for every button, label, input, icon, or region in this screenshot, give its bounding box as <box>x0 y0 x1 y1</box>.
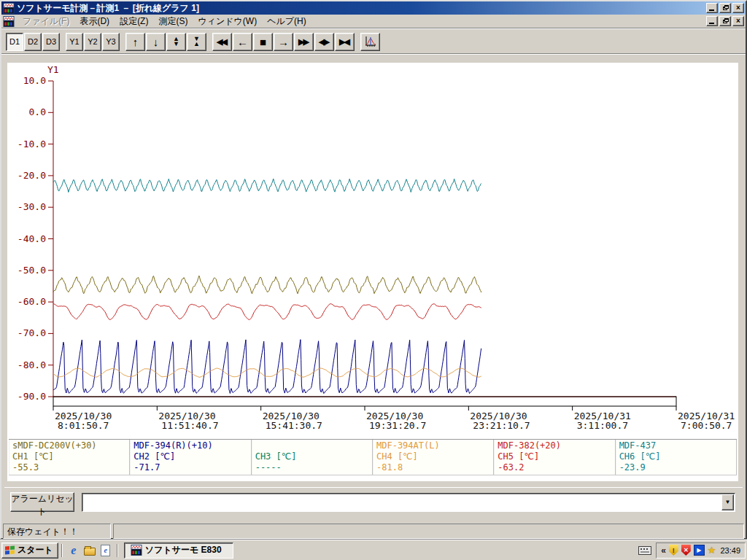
channel-current-value: -55.3 <box>12 462 126 473</box>
system-tray: « ! ✕ ▶ ★ 23:49 <box>656 542 746 559</box>
child-minimize-button[interactable] <box>706 16 718 26</box>
channel-current-value: -23.9 <box>619 462 733 473</box>
toolbar-button-d1[interactable]: D1 <box>6 33 23 51</box>
child-minimize-icon <box>709 23 714 24</box>
menu-item-help[interactable]: ヘルプ(H) <box>262 14 311 29</box>
graph-icon <box>364 35 377 48</box>
toolbar-button-compress-vertical[interactable]: ▼▲ <box>187 33 206 51</box>
channel-id: CH5 [℃] <box>498 451 611 462</box>
compress-vertical-icon: ▼▲ <box>193 36 200 47</box>
legend-cell-ch6[interactable]: MDF-437CH6 [℃]-23.9 <box>616 440 737 475</box>
toolbar-button-y3[interactable]: Y3 <box>102 33 120 51</box>
windows-logo-icon <box>5 545 15 555</box>
start-button[interactable]: スタート <box>1 542 58 559</box>
graph-panel: Y110.00.0-10.0-20.0-30.0-40.0-50.0-60.0-… <box>7 63 738 481</box>
app-window: ソフトサーモ計測－計測1 － [折れ線グラフ 1] × ファイル(F)表示(D)… <box>0 0 747 540</box>
line-chart[interactable]: Y110.00.0-10.0-20.0-30.0-40.0-50.0-60.0-… <box>7 63 737 439</box>
x-tick-time: 7:00:50.7 <box>681 420 732 431</box>
toolbar-button-fast-forward[interactable]: ▶▶ <box>294 33 314 51</box>
toolbar-button-step-forward[interactable]: → <box>274 33 293 51</box>
close-button[interactable]: × <box>732 3 744 13</box>
compress-horizontal-icon: ▶◀ <box>339 38 349 46</box>
keyboard-icon[interactable] <box>638 546 651 555</box>
toolbar-button-y2[interactable]: Y2 <box>84 33 101 51</box>
title-bar: ソフトサーモ計測－計測1 － [折れ線グラフ 1] × <box>1 1 746 15</box>
minimize-button[interactable] <box>706 3 718 13</box>
close-icon: × <box>736 4 740 12</box>
channel-id: CH3 [℃] <box>255 451 369 462</box>
rewind-icon: ◀◀ <box>217 38 226 46</box>
toolbar-button-rewind[interactable]: ◀◀ <box>212 33 232 51</box>
security-alert-icon[interactable]: ✕ <box>681 545 691 556</box>
child-close-icon: × <box>736 18 740 25</box>
x-tick-time: 19:31:20.7 <box>369 420 426 431</box>
channel-current-value: -81.8 <box>376 462 490 473</box>
taskbar: スタート e e ソフトサーモ E830 « ! ✕ ▶ ★ 23:49 <box>0 540 747 560</box>
toolbar-button-d3[interactable]: D3 <box>42 33 60 51</box>
toolbar-button-scroll-up[interactable]: ↑ <box>125 33 145 51</box>
channel-id: CH2 [℃] <box>133 451 247 462</box>
alarm-combobox[interactable]: ▼ <box>82 493 735 512</box>
star-tray-icon[interactable]: ★ <box>708 545 716 556</box>
toolbar-button-stop[interactable]: ■ <box>253 33 273 51</box>
y-tick-label: -90.0 <box>18 391 46 402</box>
toolbar-button-graph-settings[interactable] <box>360 33 380 51</box>
taskbar-separator <box>117 544 118 557</box>
legend-cell-ch3[interactable]: CH3 [℃]----- <box>252 440 373 475</box>
internet-explorer-icon[interactable]: e <box>66 543 81 558</box>
menu-item-window[interactable]: ウィンドウ(W) <box>193 14 262 29</box>
media-play-icon[interactable]: ▶ <box>694 545 705 556</box>
toolbar-button-step-back[interactable]: ← <box>233 33 252 51</box>
combobox-dropdown-button[interactable]: ▼ <box>721 494 734 510</box>
toolbar-button-expand-horizontal[interactable]: ◀▶ <box>314 33 334 51</box>
y-tick-label: -20.0 <box>18 170 46 181</box>
menu-item-measure[interactable]: 測定(S) <box>153 14 193 29</box>
toolbar-button-d2[interactable]: D2 <box>24 33 42 51</box>
y-tick-label: -60.0 <box>18 296 46 307</box>
y-tick-label: -10.0 <box>18 139 46 149</box>
folder-icon[interactable] <box>82 543 97 558</box>
child-restore-button[interactable] <box>719 16 731 26</box>
alarm-row: アラームリセット ▼ <box>4 487 743 516</box>
toolbar-button-y1[interactable]: Y1 <box>66 33 83 51</box>
step-back-icon: ← <box>237 36 248 47</box>
y-tick-label: -40.0 <box>18 233 46 244</box>
toolbar-button-scroll-down[interactable]: ↓ <box>146 33 166 51</box>
scroll-up-icon: ↑ <box>133 36 139 47</box>
restore-icon <box>723 5 728 10</box>
status-bar: 保存ウェイト！！ <box>3 522 744 539</box>
channel-current-value: ----- <box>255 462 369 473</box>
tray-collapse-icon[interactable]: « <box>661 545 666 556</box>
x-tick-time: 23:21:10.7 <box>473 420 530 431</box>
legend-cell-ch1[interactable]: sMDF-DC200V(+30)CH1 [℃]-55.3 <box>9 440 130 475</box>
security-warning-icon[interactable]: ! <box>669 545 678 556</box>
y-tick-label: -50.0 <box>18 265 46 276</box>
fast-forward-icon: ▶▶ <box>298 38 308 46</box>
restore-button[interactable] <box>719 3 731 13</box>
scroll-down-icon: ↓ <box>153 36 159 47</box>
app-icon <box>131 545 142 556</box>
legend-cell-ch5[interactable]: MDF-382(+20)CH5 [℃]-63.2 <box>494 440 615 475</box>
y-tick-label: 10.0 <box>23 75 46 86</box>
legend-cell-ch4[interactable]: MDF-394AT(L)CH4 [℃]-81.8 <box>373 440 494 475</box>
toolbar-button-expand-vertical[interactable]: ▲▼ <box>166 33 186 51</box>
ie-document-icon[interactable]: e <box>98 543 113 558</box>
y-tick-label: -80.0 <box>18 359 46 370</box>
start-button-label: スタート <box>18 544 53 556</box>
channel-name: MDF-394(R)(+10) <box>133 440 247 451</box>
menu-item-view[interactable]: 表示(D) <box>74 14 115 29</box>
app-icon <box>3 3 15 14</box>
x-tick-time: 11:51:40.7 <box>161 420 218 431</box>
menu-item-setting[interactable]: 設定(Z) <box>115 14 153 29</box>
child-close-button[interactable]: × <box>732 16 744 26</box>
toolbar-button-compress-horizontal[interactable]: ▶◀ <box>335 33 355 51</box>
toolbar-gap <box>207 30 212 53</box>
legend-cell-ch2[interactable]: MDF-394(R)(+10)CH2 [℃]-71.7 <box>130 440 251 475</box>
task-button-softthermo[interactable]: ソフトサーモ E830 <box>124 542 233 559</box>
child-window-icon[interactable] <box>3 16 15 27</box>
x-tick-time: 8:01:50.7 <box>58 420 109 431</box>
taskbar-separator <box>61 544 63 557</box>
alarm-reset-button[interactable]: アラームリセット <box>10 492 74 512</box>
y-tick-label: -70.0 <box>18 327 46 338</box>
channel-current-value: -71.7 <box>133 462 247 473</box>
